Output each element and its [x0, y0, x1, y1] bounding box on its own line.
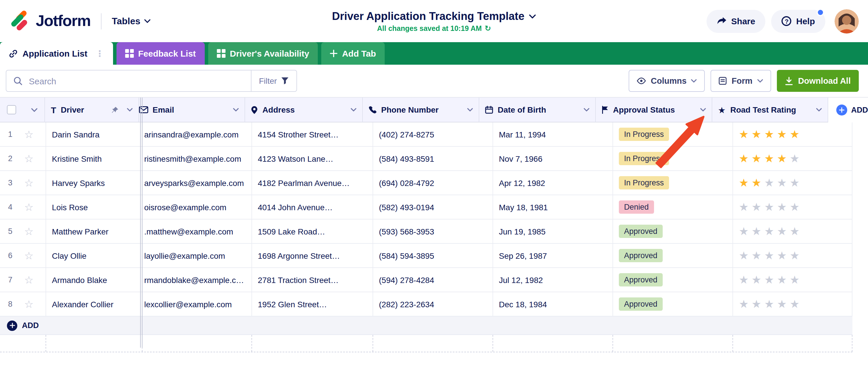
star-icon[interactable]: ★ — [739, 250, 749, 261]
email-cell[interactable]: rmandoblake@example.c… — [143, 268, 252, 292]
star-icon[interactable]: ★ — [739, 129, 749, 140]
share-button[interactable]: Share — [707, 9, 766, 33]
star-icon[interactable]: ★ — [739, 226, 749, 237]
add-column-button[interactable]: ADD — [836, 97, 868, 122]
star-icon[interactable]: ★ — [789, 226, 799, 237]
address-cell[interactable]: 4014 John Avenue… — [252, 195, 373, 219]
star-icon[interactable]: ★ — [777, 177, 787, 188]
phone-cell[interactable]: (402) 274-8275 — [373, 122, 493, 146]
dob-cell[interactable]: Jun 19, 1985 — [493, 220, 613, 243]
star-icon[interactable]: ★ — [777, 274, 787, 285]
chevron-down-icon[interactable] — [816, 108, 822, 111]
star-icon[interactable]: ★ — [777, 201, 787, 213]
star-icon[interactable]: ★ — [764, 274, 774, 285]
phone-cell[interactable]: (584) 493-8591 — [373, 147, 493, 170]
star-icon[interactable]: ★ — [739, 299, 749, 310]
driver-cell[interactable]: Darin Sandra — [46, 122, 143, 146]
favorite-star-icon[interactable]: ☆ — [24, 128, 33, 141]
approval-status-cell[interactable]: Approved — [613, 220, 733, 243]
address-cell[interactable]: 1952 Glen Street… — [252, 292, 373, 316]
dob-cell[interactable]: Apr 12, 1982 — [493, 171, 613, 195]
rating-cell[interactable]: ★★★★★ — [733, 292, 852, 316]
phone-cell[interactable]: (594) 278-4284 — [373, 268, 493, 292]
star-icon[interactable]: ★ — [777, 129, 787, 140]
favorite-star-icon[interactable]: ☆ — [24, 249, 33, 262]
star-icon[interactable]: ★ — [789, 177, 799, 188]
email-cell[interactable]: lexcollier@example.com — [143, 292, 252, 316]
approval-status-cell[interactable]: In Progress — [613, 122, 733, 146]
address-cell[interactable]: 1698 Argonne Street… — [252, 244, 373, 268]
column-header-rating[interactable]: ★ Road Test Rating — [712, 97, 828, 122]
address-cell[interactable]: 4123 Watson Lane… — [252, 147, 373, 170]
help-button[interactable]: ? Help — [771, 9, 825, 33]
star-icon[interactable]: ★ — [739, 177, 749, 188]
star-icon[interactable]: ★ — [751, 274, 761, 285]
driver-cell[interactable]: Armando Blake — [46, 268, 143, 292]
star-icon[interactable]: ★ — [751, 177, 761, 188]
phone-cell[interactable]: (694) 028-4792 — [373, 171, 493, 195]
favorite-star-icon[interactable]: ☆ — [24, 152, 33, 165]
column-header-email[interactable]: Email — [139, 97, 245, 122]
tables-nav-dropdown[interactable]: Tables — [112, 16, 151, 26]
driver-cell[interactable]: Alexander Collier — [46, 292, 143, 316]
dob-cell[interactable]: Nov 7, 1966 — [493, 147, 613, 170]
email-cell[interactable]: oisrose@example.com — [143, 195, 252, 219]
dob-cell[interactable]: Mar 11, 1994 — [493, 122, 613, 146]
star-icon[interactable]: ★ — [751, 299, 761, 310]
approval-status-cell[interactable]: Denied — [613, 195, 733, 219]
star-icon[interactable]: ★ — [739, 153, 749, 164]
document-title-dropdown[interactable]: Driver Application Tracking Template — [332, 10, 536, 23]
address-cell[interactable]: 1509 Lake Road… — [252, 220, 373, 243]
favorite-star-icon[interactable]: ☆ — [24, 298, 33, 310]
favorite-star-icon[interactable]: ☆ — [24, 201, 33, 214]
driver-cell[interactable]: Kristine Smith — [46, 147, 143, 170]
star-icon[interactable]: ★ — [764, 250, 774, 261]
star-icon[interactable]: ★ — [764, 177, 774, 188]
add-tab-button[interactable]: Add Tab — [321, 42, 385, 65]
chevron-down-icon[interactable] — [584, 108, 589, 111]
tab-drivers-availability[interactable]: Driver's Availability — [208, 42, 318, 65]
star-icon[interactable]: ★ — [789, 299, 799, 310]
approval-status-cell[interactable]: Approved — [613, 292, 733, 316]
star-icon[interactable]: ★ — [789, 201, 799, 213]
jotform-logo[interactable]: Jotform — [9, 11, 91, 31]
column-header-phone[interactable]: Phone Number — [363, 97, 479, 122]
favorite-star-icon[interactable]: ☆ — [24, 176, 33, 189]
column-header-address[interactable]: Address — [245, 97, 363, 122]
dob-cell[interactable]: May 18, 1981 — [493, 195, 613, 219]
chevron-down-icon[interactable] — [467, 108, 473, 111]
star-icon[interactable]: ★ — [789, 129, 799, 140]
star-icon[interactable]: ★ — [777, 250, 787, 261]
column-header-approval-status[interactable]: Approval Status — [596, 97, 712, 122]
dob-cell[interactable]: Jul 12, 1982 — [493, 268, 613, 292]
rating-cell[interactable]: ★★★★★ — [733, 244, 852, 268]
download-all-button[interactable]: Download All — [777, 70, 859, 92]
driver-cell[interactable]: Lois Rose — [46, 195, 143, 219]
tab-application-list[interactable]: Application List ⋮ — [0, 42, 113, 65]
column-header-driver[interactable]: T Driver — [45, 97, 139, 122]
chevron-down-icon[interactable] — [31, 108, 37, 112]
search-input[interactable] — [28, 75, 244, 86]
tab-feedback-list[interactable]: Feedback List — [116, 42, 205, 65]
star-icon[interactable]: ★ — [777, 226, 787, 237]
tab-menu-icon[interactable]: ⋮ — [95, 48, 104, 59]
chevron-down-icon[interactable] — [700, 108, 706, 111]
add-row-button[interactable]: ADD — [0, 316, 852, 335]
rating-cell[interactable]: ★★★★★ — [733, 122, 852, 146]
email-cell[interactable]: arinsandra@example.com — [143, 122, 252, 146]
star-icon[interactable]: ★ — [764, 299, 774, 310]
email-cell[interactable]: layollie@example.com — [143, 244, 252, 268]
rating-cell[interactable]: ★★★★★ — [733, 171, 852, 195]
address-cell[interactable]: 4154 Strother Street… — [252, 122, 373, 146]
phone-cell[interactable]: (282) 223-2634 — [373, 292, 493, 316]
driver-cell[interactable]: Harvey Sparks — [46, 171, 143, 195]
star-icon[interactable]: ★ — [764, 153, 774, 164]
star-icon[interactable]: ★ — [751, 250, 761, 261]
star-icon[interactable]: ★ — [764, 201, 774, 213]
columns-button[interactable]: Columns — [629, 70, 705, 92]
star-icon[interactable]: ★ — [789, 153, 799, 164]
phone-cell[interactable]: (593) 568-3953 — [373, 220, 493, 243]
driver-cell[interactable]: Matthew Parker — [46, 220, 143, 243]
rating-cell[interactable]: ★★★★★ — [733, 147, 852, 170]
driver-cell[interactable]: Clay Ollie — [46, 244, 143, 268]
